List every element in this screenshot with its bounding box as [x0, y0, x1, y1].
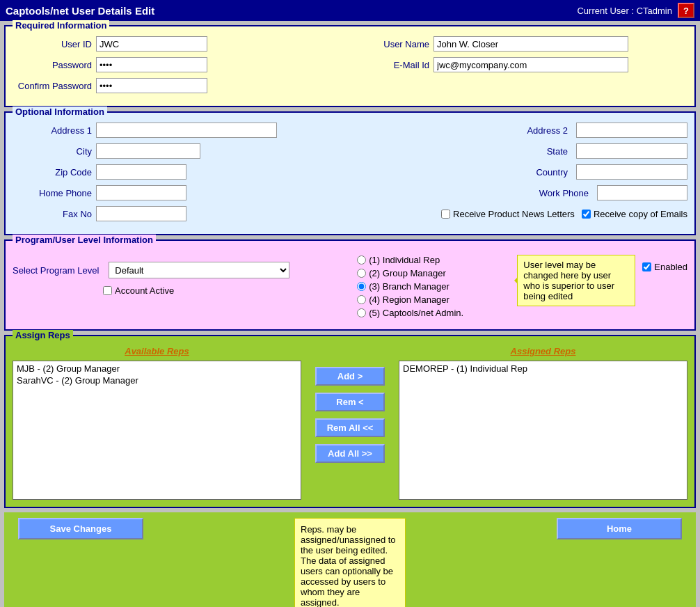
radio-region-manager-label: (4) Region Manager [369, 294, 450, 305]
title-bar: Captools/net User Details Edit Current U… [0, 0, 700, 21]
phone-row: Home Phone Work Phone [13, 185, 687, 200]
radio-item-3[interactable]: (4) Region Manager [357, 294, 510, 305]
city-label: City [13, 146, 96, 157]
newsletter-checkbox[interactable] [441, 210, 450, 219]
radio-branch-manager[interactable] [357, 282, 366, 291]
country-input[interactable] [576, 164, 687, 180]
radio-individual-rep[interactable] [357, 255, 366, 265]
home-button[interactable]: Home [557, 518, 682, 539]
save-changes-button[interactable]: Save Changes [18, 518, 143, 539]
optional-info-label: Optional Information [13, 107, 107, 117]
footer-bar: Save Changes Reps. may be assigned/unass… [4, 512, 696, 607]
assigned-rep-0[interactable]: DEMOREP - (1) Individual Rep [401, 363, 685, 375]
password-left: Password [13, 57, 350, 72]
workphone-right: Work Phone [350, 185, 687, 200]
radio-region-manager[interactable] [357, 295, 366, 304]
available-rep-1[interactable]: SarahVC - (2) Group Manager [15, 375, 299, 386]
reps-tooltip-text: Reps. may be assigned/unassigned to the … [301, 524, 396, 607]
workphone-input[interactable] [597, 185, 687, 200]
fax-left: Fax No [13, 206, 350, 221]
address1-input[interactable] [96, 123, 277, 138]
available-reps-title: Available Reps [13, 346, 301, 356]
state-input[interactable] [576, 143, 687, 159]
rem-button[interactable]: Rem < [315, 393, 385, 411]
confirm-password-row: Confirm Password [13, 78, 687, 93]
radio-item-4[interactable]: (5) Captools/net Admin. [357, 308, 510, 318]
receive-emails-text: Receive copy of Emails [594, 209, 687, 219]
radio-group-manager[interactable] [357, 269, 366, 278]
radio-group-col: (1) Individual Rep (2) Group Manager (3)… [357, 255, 510, 318]
enabled-checkbox[interactable] [642, 262, 651, 271]
address2-label: Address 2 [516, 125, 572, 136]
email-label: E-Mail Id [350, 60, 433, 70]
city-row: City State [13, 143, 687, 159]
radio-group-manager-label: (2) Group Manager [369, 268, 446, 278]
address2-input[interactable] [576, 123, 687, 138]
zip-left: Zip Code [13, 164, 350, 180]
username-input[interactable] [433, 36, 628, 52]
password-label: Password [13, 60, 96, 70]
radio-item-0[interactable]: (1) Individual Rep [357, 255, 510, 265]
add-all-button[interactable]: Add All >> [315, 444, 385, 463]
radio-individual-rep-label: (1) Individual Rep [369, 255, 440, 265]
enabled-col: Enabled [642, 255, 687, 272]
program-level-label: Select Program Level [13, 265, 103, 276]
available-rep-0[interactable]: MJB - (2) Group Manager [15, 363, 299, 375]
account-active-text: Account Active [115, 285, 174, 296]
email-input[interactable] [433, 57, 628, 72]
homephone-label: Home Phone [13, 188, 96, 198]
fax-input[interactable] [96, 206, 186, 221]
account-active-checkbox[interactable] [103, 286, 112, 295]
confirm-password-input[interactable] [96, 78, 207, 93]
fax-label: Fax No [13, 209, 96, 219]
enabled-text: Enabled [654, 262, 687, 272]
zip-label: Zip Code [13, 167, 96, 178]
account-active-row: Account Active [13, 285, 350, 296]
optional-info-section: Optional Information Address 1 Address 2… [4, 111, 696, 235]
radio-admin[interactable] [357, 308, 366, 317]
program-section: Program/User Level Information Select Pr… [4, 239, 696, 331]
app-title: Captools/net User Details Edit [6, 5, 154, 17]
add-button[interactable]: Add > [315, 367, 385, 386]
email-right: E-Mail Id [350, 57, 687, 72]
userid-row: User ID User Name [13, 36, 687, 52]
program-level-select[interactable]: Default [109, 262, 289, 278]
state-right: State [350, 143, 687, 159]
zip-input[interactable] [96, 164, 186, 180]
userid-input[interactable] [96, 36, 207, 52]
available-reps-listbox[interactable]: MJB - (2) Group Manager SarahVC - (2) Gr… [13, 361, 301, 500]
password-row: Password E-Mail Id [13, 57, 687, 72]
title-bar-right: Current User : CTadmin ? [577, 3, 694, 18]
account-active-label: Account Active [103, 285, 174, 296]
zip-row: Zip Code Country [13, 164, 687, 180]
city-left: City [13, 143, 350, 159]
assign-reps-section: Assign Reps Available Reps MJB - (2) Gro… [4, 335, 696, 508]
receive-emails-label: Receive copy of Emails [582, 209, 687, 219]
radio-item-2[interactable]: (3) Branch Manager [357, 281, 510, 292]
program-tooltip-text: User level may be changed here by user w… [523, 260, 614, 301]
rem-all-button[interactable]: Rem All << [315, 418, 385, 437]
receive-emails-checkbox[interactable] [582, 210, 591, 219]
address2-right: Address 2 [350, 123, 687, 138]
reps-buttons: Add > Rem < Rem All << Add All >> [308, 346, 392, 463]
city-input[interactable] [96, 143, 200, 159]
country-label: Country [516, 167, 572, 178]
help-button[interactable]: ? [678, 3, 694, 18]
radio-group: (1) Individual Rep (2) Group Manager (3)… [357, 255, 510, 318]
reps-tooltip: Reps. may be assigned/unassigned to the … [294, 518, 406, 607]
current-user-label: Current User : CTadmin [577, 6, 672, 16]
homephone-input[interactable] [96, 185, 186, 200]
password-input[interactable] [96, 57, 207, 72]
confirm-left: Confirm Password [13, 78, 350, 93]
radio-item-1[interactable]: (2) Group Manager [357, 268, 510, 278]
radio-admin-label: (5) Captools/net Admin. [369, 308, 463, 318]
assign-reps-label: Assign Reps [13, 330, 73, 340]
required-info-section: Required Information User ID User Name P… [4, 25, 696, 107]
newsletter-label: Receive Product News Letters [453, 209, 575, 219]
required-info-label: Required Information [13, 20, 109, 31]
workphone-label: Work Phone [530, 188, 593, 198]
assigned-reps-listbox[interactable]: DEMOREP - (1) Individual Rep [399, 361, 687, 500]
homephone-left: Home Phone [13, 185, 350, 200]
fax-row: Fax No Receive Product News Letters Rece… [13, 206, 687, 221]
program-left-col: Select Program Level Default Account Act… [13, 255, 350, 296]
